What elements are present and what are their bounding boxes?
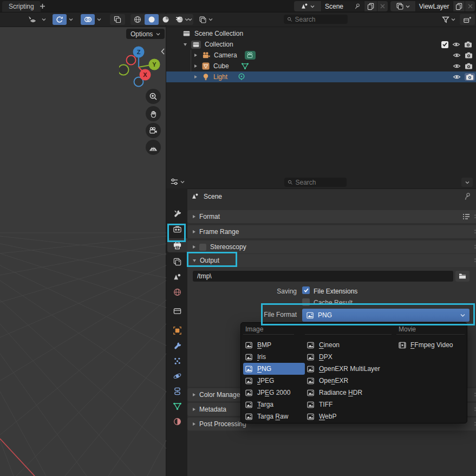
menu-item-openexr[interactable]: OpenEXR xyxy=(305,375,399,387)
shading-wireframe-button[interactable] xyxy=(131,14,145,25)
disable-render-camera-icon[interactable] xyxy=(465,63,473,69)
gizmo-axis-z[interactable]: Z xyxy=(133,47,145,58)
outliner-editor-type-button[interactable] xyxy=(171,14,193,25)
collapse-icon[interactable] xyxy=(184,43,187,46)
output-path-input[interactable] xyxy=(197,272,449,280)
scene-unlink-button[interactable] xyxy=(377,1,388,11)
view-layer-new-button[interactable] xyxy=(453,1,465,11)
pin-icon[interactable] xyxy=(354,3,361,10)
gizmo-axis-y[interactable]: Y xyxy=(149,59,160,70)
tab-particles[interactable] xyxy=(167,354,187,368)
workspace-tab-scripting[interactable]: Scripting xyxy=(2,1,41,12)
view-layer-browse-button[interactable] xyxy=(390,1,415,11)
menu-item-webp[interactable]: WebP xyxy=(305,410,399,422)
file-extensions-checkbox[interactable] xyxy=(302,286,310,294)
browse-folder-button[interactable] xyxy=(455,271,470,282)
tab-tool[interactable] xyxy=(167,206,187,220)
object-visibility-dropdown[interactable] xyxy=(41,14,47,25)
menu-item-ffmpeg-video[interactable]: FFmpeg Video xyxy=(396,339,469,351)
tab-object[interactable] xyxy=(167,323,187,337)
output-path-field[interactable] xyxy=(193,271,453,282)
overlays-dropdown[interactable] xyxy=(96,14,102,25)
shading-solid-button[interactable] xyxy=(145,14,159,25)
panel-drag-grip[interactable] xyxy=(474,229,476,234)
pin-id-button[interactable] xyxy=(464,192,471,200)
menu-item-jpeg2000[interactable]: JPEG 2000 xyxy=(243,387,305,399)
menu-item-png[interactable]: PNG xyxy=(243,363,305,375)
scene-name-field[interactable]: Scene xyxy=(322,1,364,11)
gizmo-axis-x-neg[interactable] xyxy=(127,56,136,65)
light-data-icon[interactable] xyxy=(238,73,245,81)
hide-viewport-eye-icon[interactable] xyxy=(453,74,461,80)
properties-editor-type-button[interactable] xyxy=(170,178,185,186)
tab-world[interactable] xyxy=(167,285,187,299)
panel-format[interactable]: Format xyxy=(187,210,476,223)
xray-toggle[interactable] xyxy=(110,14,125,25)
scene-browse-button[interactable] xyxy=(294,1,321,11)
tree-row-scene-collection[interactable]: Scene Collection xyxy=(166,28,476,39)
properties-search-input[interactable] xyxy=(295,179,343,186)
new-collection-button[interactable] xyxy=(460,14,475,25)
menu-item-cineon[interactable]: Cineon xyxy=(305,339,399,351)
camera-data-icon[interactable] xyxy=(245,51,256,60)
object-visibility-button[interactable] xyxy=(24,14,40,25)
tab-scene[interactable] xyxy=(167,270,187,284)
tab-physics[interactable] xyxy=(167,369,187,383)
tab-render[interactable] xyxy=(167,222,187,236)
menu-item-targa-raw[interactable]: Targa Raw xyxy=(243,410,305,422)
panel-frame-range[interactable]: Frame Range xyxy=(187,225,476,238)
camera-view-button[interactable] xyxy=(146,123,161,138)
tab-material[interactable] xyxy=(167,414,187,428)
menu-item-radiance-hdr[interactable]: Radiance HDR xyxy=(305,387,399,399)
menu-item-openexr-multilayer[interactable]: OpenEXR MultiLayer xyxy=(305,363,399,375)
add-workspace-button[interactable] xyxy=(39,3,46,10)
expand-icon[interactable] xyxy=(194,64,197,68)
expand-icon[interactable] xyxy=(194,54,197,57)
panel-stereoscopy[interactable]: Stereoscopy xyxy=(187,240,476,253)
menu-item-targa[interactable]: Targa xyxy=(243,399,305,410)
tab-view-layer[interactable] xyxy=(167,255,187,269)
disable-render-camera-icon[interactable] xyxy=(465,73,475,81)
hide-viewport-eye-icon[interactable] xyxy=(453,63,461,69)
disable-render-camera-icon[interactable] xyxy=(465,52,473,58)
show-overlays-toggle[interactable] xyxy=(81,14,95,25)
menu-item-iris[interactable]: Iris xyxy=(243,351,305,363)
view-layer-remove-button[interactable] xyxy=(465,1,475,11)
tree-row-cube[interactable]: Cube xyxy=(166,61,476,71)
hide-viewport-eye-icon[interactable] xyxy=(453,52,461,58)
panel-drag-grip[interactable] xyxy=(474,407,476,412)
tab-constraints[interactable] xyxy=(167,384,187,398)
collection-checkbox[interactable] xyxy=(441,41,448,48)
outliner-search-input[interactable] xyxy=(295,16,345,23)
menu-item-bmp[interactable]: BMP xyxy=(243,339,305,351)
properties-options-dropdown[interactable] xyxy=(461,178,473,187)
tree-row-light[interactable]: Light xyxy=(166,71,476,82)
navigation-gizmo[interactable]: Z Y X xyxy=(119,44,165,90)
pan-button[interactable] xyxy=(146,106,161,121)
panel-drag-grip[interactable] xyxy=(474,421,476,427)
tab-modifiers[interactable] xyxy=(167,338,187,353)
disable-render-camera-icon[interactable] xyxy=(464,41,472,48)
tree-row-camera[interactable]: Camera xyxy=(166,50,476,61)
properties-search[interactable] xyxy=(284,178,347,187)
panel-drag-grip[interactable] xyxy=(474,244,476,250)
panel-drag-grip[interactable] xyxy=(474,258,476,263)
viewport-options-button[interactable]: Options xyxy=(126,29,165,39)
scene-new-copy-button[interactable] xyxy=(364,1,377,11)
panel-drag-grip[interactable] xyxy=(474,392,476,397)
preset-menu-icon[interactable] xyxy=(462,213,470,220)
zoom-button[interactable] xyxy=(146,89,161,104)
perspective-toggle-button[interactable] xyxy=(146,140,161,155)
show-gizmos-toggle[interactable] xyxy=(53,14,67,25)
menu-item-dpx[interactable]: DPX xyxy=(305,351,399,363)
hide-viewport-eye-icon[interactable] xyxy=(452,41,460,48)
panel-output-header[interactable]: Output xyxy=(187,254,476,267)
tab-object-data[interactable] xyxy=(167,399,187,413)
tab-output[interactable] xyxy=(167,238,187,252)
mesh-data-icon[interactable] xyxy=(241,62,249,70)
outliner-display-mode-button[interactable] xyxy=(195,14,217,25)
menu-item-tiff[interactable]: TIFF xyxy=(305,399,399,410)
expand-icon[interactable] xyxy=(194,75,197,79)
panel-drag-grip[interactable] xyxy=(474,214,476,219)
stereoscopy-checkbox[interactable] xyxy=(199,244,206,251)
